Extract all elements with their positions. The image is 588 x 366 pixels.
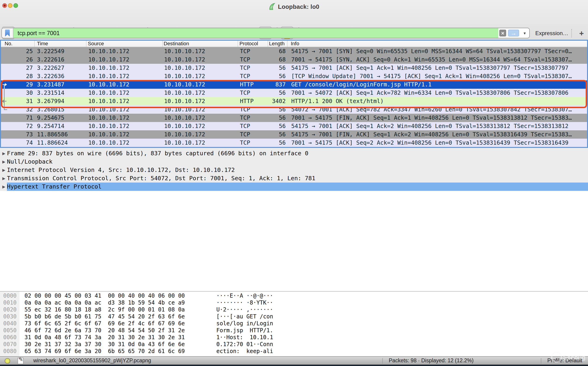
detail-text: Internet Protocol Version 4, Src: 10.10.… bbox=[7, 166, 235, 174]
hex-bytes[interactable]: 65 63 74 69 6f 6e 3a 20 6b 65 65 70 2d 6… bbox=[19, 348, 216, 355]
cell-proto: TCP bbox=[238, 55, 268, 64]
packet-row-74[interactable]: 7411.88662410.10.10.17210.10.10.172TCP56… bbox=[1, 139, 587, 147]
column-header-length[interactable]: Length bbox=[268, 41, 288, 47]
hex-row-0040[interactable]: 004073 6f 6c 65 2f 6c 6f 67 69 6e 2f 4c … bbox=[0, 320, 588, 327]
cell-info: GET /console/login/LoginForm.jsp HTTP/1.… bbox=[288, 80, 587, 89]
packet-row-26[interactable]: 263.22261610.10.10.17210.10.10.172TCP687… bbox=[1, 55, 587, 64]
detail-row-3[interactable]: ▶Transmission Control Protocol, Src Port… bbox=[0, 174, 588, 183]
hex-bytes[interactable]: 02 00 00 00 45 00 03 41 00 00 40 00 40 0… bbox=[19, 292, 216, 299]
hex-ascii[interactable]: U·2····· ,······· bbox=[216, 306, 273, 313]
filter-bar: tcp.port == 7001 × → ▾ Expression… + bbox=[0, 27, 588, 40]
hex-ascii[interactable]: ection: keep-ali bbox=[216, 348, 273, 355]
expand-triangle-icon[interactable]: ▶ bbox=[0, 166, 7, 174]
packet-counts: Packets: 98 · Displayed: 12 (12.2%) bbox=[389, 357, 473, 365]
packet-bytes-pane[interactable]: 000002 00 00 00 45 00 03 41 00 00 40 00 … bbox=[0, 291, 588, 356]
cell-proto: HTTP bbox=[238, 97, 268, 105]
filter-input[interactable]: tcp.port == 7001 bbox=[13, 28, 498, 38]
hex-ascii[interactable]: ····E··A ··@·@··· bbox=[216, 292, 273, 299]
expand-triangle-icon[interactable]: ▶ bbox=[0, 158, 7, 166]
column-header-destination[interactable]: Destination bbox=[163, 41, 238, 47]
expand-triangle-icon[interactable]: ▶ bbox=[0, 174, 7, 183]
packet-row-25[interactable]: 253.22254910.10.10.17210.10.10.172TCP685… bbox=[1, 47, 587, 55]
cell-time: 3.222627 bbox=[35, 64, 86, 72]
filter-clear-button[interactable]: × bbox=[499, 30, 506, 37]
hex-ascii[interactable]: 1··Host: 10.10.1 bbox=[216, 334, 273, 341]
packet-row-73[interactable]: 7311.88658610.10.10.17210.10.10.172TCP56… bbox=[1, 130, 587, 139]
packet-details-pane: ▶Frame 29: 837 bytes on wire (6696 bits)… bbox=[0, 148, 588, 291]
cell-len: 68 bbox=[268, 47, 288, 55]
detail-text: Hypertext Transfer Protocol bbox=[7, 183, 101, 191]
expand-triangle-icon[interactable]: ▶ bbox=[0, 183, 7, 191]
cell-src: 10.10.10.172 bbox=[86, 89, 163, 97]
capture-comment-icon[interactable] bbox=[18, 358, 23, 364]
hex-row-0060[interactable]: 006031 0d 0a 48 6f 73 74 3a 20 31 30 2e … bbox=[0, 334, 588, 341]
titlebar: Loopback: lo0 bbox=[0, 0, 588, 13]
cell-info: 7001 → 54175 [SYN, ACK] Seq=0 Ack=1 Win=… bbox=[288, 55, 587, 64]
column-header-protocol[interactable]: Protocol bbox=[238, 41, 268, 47]
hex-offset: 0010 bbox=[0, 299, 19, 306]
cell-no: 32 bbox=[1, 105, 35, 114]
cell-len: 56 bbox=[268, 105, 288, 114]
hex-bytes[interactable]: 5b b0 b6 de 5b b0 61 75 47 45 54 20 2f 6… bbox=[19, 313, 216, 320]
hex-bytes[interactable]: 31 0d 0a 48 6f 73 74 3a 20 31 30 2e 31 3… bbox=[19, 334, 216, 341]
cell-dst: 10.10.10.172 bbox=[163, 80, 238, 89]
detail-row-4[interactable]: ▶Hypertext Transfer Protocol bbox=[0, 183, 588, 191]
column-header-info[interactable]: Info bbox=[288, 41, 587, 47]
detail-row-2[interactable]: ▶Internet Protocol Version 4, Src: 10.10… bbox=[0, 166, 588, 174]
hex-row-0020[interactable]: 002055 ec 32 16 80 18 18 a8 2c 9f 00 00 … bbox=[0, 306, 588, 313]
window-title: Loopback: lo0 bbox=[278, 3, 320, 10]
cell-len: 56 bbox=[268, 130, 288, 139]
hex-bytes[interactable]: 73 6f 6c 65 2f 6c 6f 67 69 6e 2f 4c 6f 6… bbox=[19, 320, 216, 327]
hex-ascii[interactable]: Form.jsp HTTP/1. bbox=[216, 327, 273, 334]
filter-bookmark-button[interactable] bbox=[2, 28, 13, 38]
column-header-source[interactable]: Source bbox=[86, 41, 163, 47]
cell-src: 10.10.10.172 bbox=[86, 64, 163, 72]
packet-row-71[interactable]: 719.25467510.10.10.17210.10.10.172TCP567… bbox=[1, 114, 587, 122]
hex-row-0010[interactable]: 00100a 0a 0a ac 0a 0a 0a ac d3 38 1b 59 … bbox=[0, 299, 588, 306]
cell-proto: TCP bbox=[238, 47, 268, 55]
display-filter-field[interactable]: tcp.port == 7001 × → ▾ bbox=[1, 28, 530, 38]
expression-button[interactable]: Expression… bbox=[535, 27, 568, 40]
packet-row-31[interactable]: 313.26799410.10.10.17210.10.10.172HTTP34… bbox=[1, 97, 587, 105]
cell-proto: TCP bbox=[238, 130, 268, 139]
filter-apply-button[interactable]: → bbox=[508, 30, 519, 37]
filter-separator bbox=[571, 29, 572, 38]
hex-ascii[interactable]: 0.172:70 01··Conn bbox=[216, 341, 273, 348]
hex-row-0080[interactable]: 008065 63 74 69 6f 6e 3a 20 6b 65 65 70 … bbox=[0, 348, 588, 355]
hex-bytes[interactable]: 46 6f 72 6d 2e 6a 73 70 20 48 54 54 50 2… bbox=[19, 327, 216, 334]
expert-info-button[interactable] bbox=[5, 358, 10, 364]
hex-bytes[interactable]: 0a 0a 0a ac 0a 0a 0a ac d3 38 1b 59 54 4… bbox=[19, 299, 216, 306]
packet-row-28[interactable]: 283.22263610.10.10.17210.10.10.172TCP56[… bbox=[1, 72, 587, 80]
packet-row-72[interactable]: 729.25471410.10.10.17210.10.10.172TCP565… bbox=[1, 122, 587, 130]
hex-bytes[interactable]: 30 2e 31 37 32 3a 37 30 30 31 0d 0a 43 6… bbox=[19, 341, 216, 348]
cell-time: 9.254675 bbox=[35, 114, 86, 122]
hex-row-0030[interactable]: 00305b b0 b6 de 5b b0 61 75 47 45 54 20 … bbox=[0, 313, 588, 320]
column-header-time[interactable]: Time bbox=[35, 41, 86, 47]
profile-selector[interactable]: Profile: Default bbox=[547, 357, 582, 365]
detail-row-1[interactable]: ▶Null/Loopback bbox=[0, 158, 588, 166]
cell-no: 25 bbox=[1, 47, 35, 55]
hex-offset: 0040 bbox=[0, 320, 19, 327]
packet-row-32[interactable]: 323.26801510.10.10.17210.10.10.172TCP565… bbox=[1, 105, 587, 114]
cell-time: 3.231487 bbox=[35, 80, 86, 89]
cell-no: 74 bbox=[1, 139, 35, 147]
detail-row-0[interactable]: ▶Frame 29: 837 bytes on wire (6696 bits)… bbox=[0, 149, 588, 158]
hex-bytes[interactable]: 55 ec 32 16 80 18 18 a8 2c 9f 00 00 01 0… bbox=[19, 306, 216, 313]
hex-offset: 0060 bbox=[0, 334, 19, 341]
hex-ascii[interactable]: [···[·au GET /con bbox=[216, 313, 273, 320]
hex-row-0000[interactable]: 000002 00 00 00 45 00 03 41 00 00 40 00 … bbox=[0, 292, 588, 299]
hex-ascii[interactable]: ········ ·8·YTK·· bbox=[216, 299, 273, 306]
hex-row-0070[interactable]: 007030 2e 31 37 32 3a 37 30 30 31 0d 0a … bbox=[0, 341, 588, 348]
column-header-no[interactable]: No. bbox=[1, 41, 35, 47]
hex-ascii[interactable]: sole/log in/Login bbox=[216, 320, 273, 327]
add-filter-button[interactable]: + bbox=[576, 27, 587, 40]
cell-info: 54175 → 7001 [ACK] Seq=1 Ack=1 Win=40825… bbox=[288, 64, 587, 72]
packet-row-29[interactable]: 293.23148710.10.10.17210.10.10.172HTTP83… bbox=[1, 80, 587, 89]
cell-no: 26 bbox=[1, 55, 35, 64]
filter-dropdown-button[interactable]: ▾ bbox=[521, 28, 528, 38]
packet-row-30[interactable]: 303.23151410.10.10.17210.10.10.172TCP567… bbox=[1, 89, 587, 97]
packet-row-27[interactable]: 273.22262710.10.10.17210.10.10.172TCP565… bbox=[1, 64, 587, 72]
hex-row-0050[interactable]: 005046 6f 72 6d 2e 6a 73 70 20 48 54 54 … bbox=[0, 327, 588, 334]
expand-triangle-icon[interactable]: ▶ bbox=[0, 149, 7, 158]
wireshark-window: Loopback: lo0 ↻ ⚙ bbox=[0, 0, 588, 366]
